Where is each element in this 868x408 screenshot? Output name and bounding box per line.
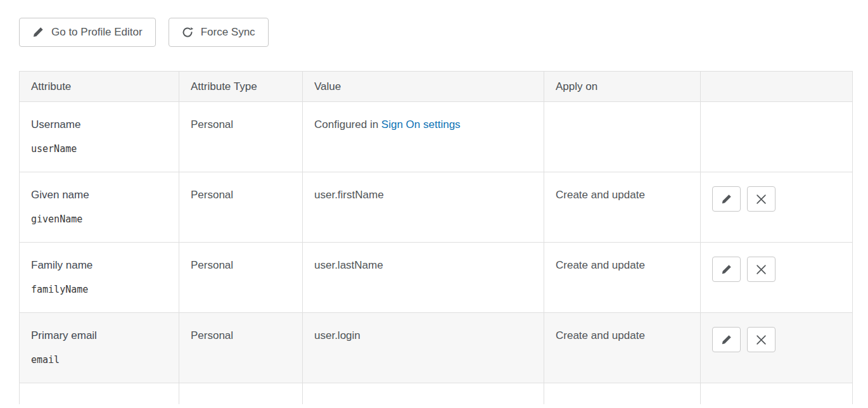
value-text: Configured in	[314, 118, 381, 131]
attribute-label: Given name	[31, 189, 167, 201]
apply-on: Create and update	[556, 189, 645, 201]
edit-attribute-button[interactable]	[712, 257, 741, 282]
attribute-label: Family name	[31, 259, 167, 272]
pencil-icon	[721, 194, 732, 205]
attribute-label: Username	[31, 118, 167, 131]
table-row-partial	[20, 383, 853, 404]
column-header-actions	[701, 72, 853, 102]
x-icon	[756, 335, 767, 345]
column-header-apply-on: Apply on	[544, 72, 701, 102]
sign-on-settings-link[interactable]: Sign On settings	[381, 118, 461, 131]
apply-on: Create and update	[556, 259, 645, 271]
attribute-variable: email	[31, 354, 167, 366]
edit-attribute-button[interactable]	[712, 327, 741, 352]
table-row-username: Username userName Personal Configured in…	[20, 102, 853, 172]
attribute-value: user.firstName	[314, 189, 384, 201]
edit-attribute-button[interactable]	[712, 186, 741, 212]
column-header-value: Value	[303, 72, 544, 102]
x-icon	[756, 264, 767, 275]
force-sync-label: Force Sync	[201, 26, 255, 39]
attribute-type: Personal	[191, 259, 233, 271]
column-header-attribute-type: Attribute Type	[179, 72, 303, 102]
attribute-variable: userName	[31, 143, 167, 155]
attribute-type: Personal	[191, 118, 233, 131]
attribute-type: Personal	[191, 189, 233, 201]
row-actions	[712, 257, 841, 282]
remove-attribute-button[interactable]	[747, 186, 775, 212]
remove-attribute-button[interactable]	[747, 257, 775, 282]
row-actions	[712, 327, 841, 352]
attribute-mapping-page: Go to Profile Editor Force Sync Attribut…	[0, 0, 868, 404]
column-header-attribute: Attribute	[20, 72, 179, 102]
pencil-icon	[721, 335, 732, 345]
row-actions	[712, 186, 841, 212]
attribute-value: user.login	[314, 329, 361, 341]
refresh-icon	[182, 27, 193, 38]
pencil-icon	[32, 27, 44, 38]
remove-attribute-button[interactable]	[747, 327, 775, 352]
attribute-type: Personal	[191, 329, 233, 341]
table-row-family-name: Family name familyName Personal user.las…	[20, 243, 853, 313]
attribute-variable: familyName	[31, 284, 167, 295]
table-header-row: Attribute Attribute Type Value Apply on	[20, 72, 853, 102]
table-row-primary-email: Primary email email Personal user.login …	[20, 313, 853, 383]
attribute-label: Primary email	[31, 329, 167, 342]
x-icon	[756, 194, 767, 205]
attribute-mappings-table: Attribute Attribute Type Value Apply on …	[19, 71, 853, 404]
apply-on: Create and update	[556, 329, 645, 341]
pencil-icon	[721, 264, 732, 275]
go-to-profile-editor-button[interactable]: Go to Profile Editor	[19, 18, 156, 47]
attribute-value: user.lastName	[314, 259, 383, 271]
table-row-given-name: Given name givenName Personal user.first…	[20, 172, 853, 243]
force-sync-button[interactable]: Force Sync	[169, 18, 269, 47]
attribute-variable: givenName	[31, 214, 167, 225]
toolbar: Go to Profile Editor Force Sync	[19, 18, 852, 47]
go-to-profile-editor-label: Go to Profile Editor	[51, 26, 143, 39]
